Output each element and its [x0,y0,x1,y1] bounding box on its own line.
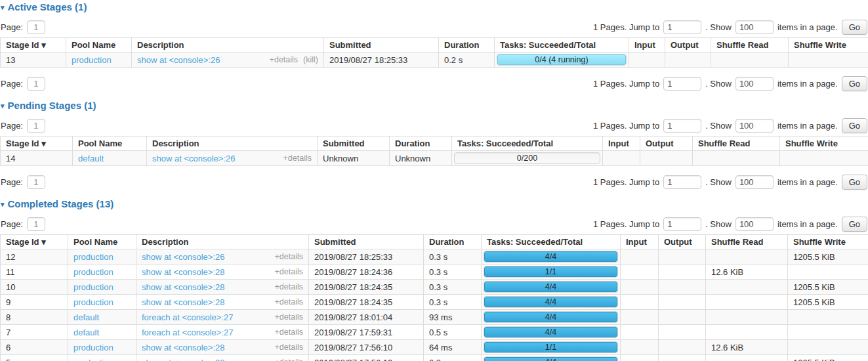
jump-to-input[interactable] [663,77,701,91]
column-header[interactable]: Tasks: Succeeded/Total [452,137,603,151]
column-header[interactable]: Input [629,38,665,53]
column-header[interactable]: Stage Id ▾ [1,137,73,151]
column-header[interactable]: Pool Name [68,235,136,249]
page-number-input[interactable] [27,217,45,231]
column-header[interactable]: Input [621,235,659,249]
description-cell: show at <console>:28+details [136,280,309,295]
column-header[interactable]: Input [603,137,640,151]
details-toggle[interactable]: +details [275,343,303,352]
pool-name-link[interactable]: production [73,358,114,361]
description-link[interactable]: show at <console>:28 [142,297,224,307]
column-header[interactable]: Shuffle Read [693,137,780,151]
column-header[interactable]: Tasks: Succeeded/Total [482,235,621,249]
go-button[interactable]: Go [842,20,867,35]
column-header[interactable]: Shuffle Read [711,38,789,53]
stage-id-cell: 6 [1,340,68,355]
pages-count-label: 1 Pages. Jump to [593,22,659,32]
stage-id-cell: 8 [1,310,68,325]
submitted-cell: Unknown [318,151,390,166]
table-row: 7defaultforeach at <console>:27+details2… [1,325,868,340]
details-toggle[interactable]: +details [275,358,303,361]
section-title[interactable]: ▾Active Stages (1) [1,1,868,13]
column-header[interactable]: Shuffle Write [789,38,868,53]
pool-name-link[interactable]: production [73,252,114,262]
description-link[interactable]: foreach at <console>:27 [142,312,234,322]
description-link[interactable]: show at <console>:26 [152,154,235,163]
description-wrap: show at <console>:28+details [142,297,303,307]
show-count-input[interactable] [735,119,774,133]
column-header[interactable]: Duration [424,235,482,249]
column-header[interactable]: Tasks: Succeeded/Total [495,38,629,53]
column-header[interactable]: Duration [439,38,495,53]
jump-to-input[interactable] [663,119,701,133]
task-progress: 1/1 [484,341,618,353]
pool-name-link[interactable]: production [73,343,114,352]
details-toggle[interactable]: +details [275,282,303,291]
column-header[interactable]: Description [132,38,324,53]
pool-name-link[interactable]: production [72,55,112,65]
description-link[interactable]: show at <console>:28 [142,282,224,292]
jump-to-input[interactable] [663,175,701,189]
details-toggle[interactable]: +details [275,252,303,261]
description-link[interactable]: show at <console>:26 [137,55,220,65]
column-header[interactable]: Shuffle Write [788,235,868,249]
details-toggle[interactable]: +details [275,297,303,307]
input-cell [621,340,659,355]
pool-name-cell: production [68,249,136,265]
stage-id-cell: 13 [1,53,66,68]
go-button[interactable]: Go [842,118,867,133]
column-header[interactable]: Submitted [309,235,424,249]
pool-name-link[interactable]: production [73,297,114,307]
column-header[interactable]: Shuffle Read [706,235,788,249]
page-number-input[interactable] [27,77,45,91]
show-count-input[interactable] [735,77,774,91]
column-header[interactable]: Pool Name [73,137,147,151]
description-link[interactable]: show at <console>:26 [142,252,224,262]
description-link[interactable]: show at <console>:28 [142,358,224,361]
section-title[interactable]: ▾Completed Stages (13) [1,198,868,210]
output-cell [659,340,706,355]
page-number-input[interactable] [27,175,45,189]
page-number-input[interactable] [27,20,45,34]
description-link[interactable]: foreach at <console>:27 [142,328,234,337]
jump-to-input[interactable] [663,20,701,34]
table-header-row: Stage Id ▾Pool NameDescriptionSubmittedD… [1,235,868,249]
column-header[interactable]: Submitted [318,137,390,151]
details-toggle[interactable]: +details [275,267,303,276]
section-title-text: Pending Stages (1) [8,100,96,111]
column-header[interactable]: Description [147,137,318,151]
go-button[interactable]: Go [842,76,867,91]
pool-name-link[interactable]: default [73,328,99,337]
jump-to-input[interactable] [663,217,701,231]
description-link[interactable]: show at <console>:28 [142,343,224,352]
section-title[interactable]: ▾Pending Stages (1) [1,100,868,112]
pool-name-link[interactable]: default [78,154,104,163]
progress-label: 0/4 (4 running) [497,54,626,66]
details-toggle[interactable]: +details [275,328,303,337]
go-button[interactable]: Go [842,175,867,190]
column-header[interactable]: Output [659,235,706,249]
go-button[interactable]: Go [842,217,867,232]
pool-name-link[interactable]: production [73,267,114,277]
page-number-input[interactable] [27,119,45,133]
show-count-input[interactable] [735,217,774,231]
column-header[interactable]: Shuffle Write [780,137,868,151]
description-link[interactable]: show at <console>:28 [142,267,224,277]
details-toggle[interactable]: +details [270,55,298,64]
details-toggle[interactable]: +details [283,154,312,163]
table-row: 8defaultforeach at <console>:27+details2… [1,310,868,325]
pool-name-link[interactable]: production [73,282,114,292]
show-count-input[interactable] [735,20,774,34]
column-header[interactable]: Stage Id ▾ [1,235,68,249]
column-header[interactable]: Duration [390,137,452,151]
kill-link[interactable]: (kill) [303,55,318,64]
column-header[interactable]: Output [665,38,711,53]
details-toggle[interactable]: +details [275,312,303,322]
column-header[interactable]: Output [640,137,693,151]
column-header[interactable]: Submitted [324,38,439,53]
show-count-input[interactable] [735,175,774,189]
column-header[interactable]: Stage Id ▾ [1,38,66,53]
pool-name-link[interactable]: default [73,312,99,322]
column-header[interactable]: Description [136,235,309,249]
column-header[interactable]: Pool Name [66,38,132,53]
